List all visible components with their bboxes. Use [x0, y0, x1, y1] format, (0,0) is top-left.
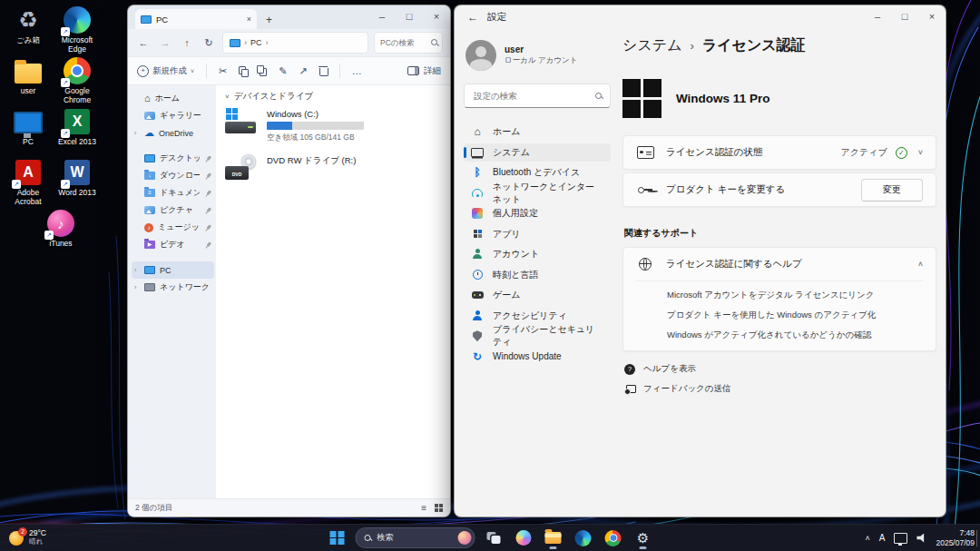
shield-icon — [473, 330, 482, 341]
sidebar-item-pictures[interactable]: ピクチャ — [132, 202, 214, 219]
help-link[interactable]: Microsoft アカウントをデジタル ライセンスにリンク — [667, 290, 923, 301]
edge-taskbar-button[interactable] — [572, 526, 595, 550]
drive-item-dvd[interactable]: DVD DVD RW ドライブ (R:) — [225, 154, 450, 180]
help-link[interactable]: Windows がアクティブ化されているかどうかの確認 — [667, 330, 923, 341]
thumbnail-view-button[interactable] — [435, 504, 443, 512]
task-view-button[interactable] — [482, 526, 505, 550]
maximize-button[interactable]: □ — [891, 5, 918, 27]
settings-taskbar-button[interactable]: ⚙ — [632, 526, 655, 550]
back-button[interactable]: ← — [135, 37, 152, 48]
refresh-button[interactable]: ↻ — [201, 37, 217, 49]
show-desktop-button[interactable] — [976, 530, 980, 546]
change-product-key-button[interactable]: 変更 — [861, 179, 923, 202]
details-pane-button[interactable]: 詳細 — [407, 65, 441, 77]
chevron-down-icon[interactable]: ˅ — [918, 148, 923, 157]
chevron-down-icon: ˅ — [191, 68, 194, 74]
sidebar-item-gallery[interactable]: ギャラリー — [132, 107, 214, 124]
explorer-search-box[interactable] — [374, 32, 443, 54]
new-item-button[interactable]: + 新規作成 ˅ — [137, 65, 194, 77]
paste-button[interactable] — [259, 66, 267, 76]
item-count: 2 個の項目 — [135, 503, 172, 514]
sidebar-item-network[interactable]: › ネットワーク — [132, 279, 214, 296]
desktop-icon-chrome[interactable]: ↗ Google Chrome — [53, 56, 102, 105]
desktop-icon-itunes[interactable]: ♪ ↗ iTunes — [36, 209, 85, 249]
sidebar-item-home[interactable]: ⌂ ホーム — [132, 90, 214, 107]
copilot-button[interactable] — [512, 526, 535, 550]
new-tab-button[interactable]: + — [266, 14, 272, 26]
desktop-icon-excel[interactable]: X ↗ Excel 2013 — [53, 107, 102, 147]
expander-icon[interactable]: › — [134, 284, 140, 290]
sidebar-item-bluetooth[interactable]: ᛒ Bluetooth とデバイス — [464, 163, 611, 182]
tab-close-icon[interactable]: × — [247, 15, 251, 24]
settings-search-input[interactable] — [472, 90, 595, 102]
sidebar-item-desktop[interactable]: デスクトップ — [132, 150, 214, 167]
give-feedback-link[interactable]: フィードバックの送信 — [624, 383, 936, 395]
sidebar-item-videos[interactable]: ▶ ビデオ — [132, 236, 214, 253]
maximize-button[interactable]: □ — [396, 5, 423, 27]
more-options-button[interactable]: … — [352, 66, 362, 76]
sidebar-item-windows-update[interactable]: ↻ Windows Update — [464, 348, 611, 367]
start-button[interactable] — [326, 526, 349, 550]
weather-widget[interactable]: 2 29°C 晴れ — [5, 526, 50, 549]
desktop-icon-edge[interactable]: ↗ Microsoft Edge — [53, 5, 102, 54]
chevron-up-icon[interactable]: ˄ — [918, 260, 923, 269]
chrome-taskbar-button[interactable] — [602, 526, 625, 550]
activation-help-header[interactable]: ライセンス認証に関するヘルプ ˄ — [636, 248, 923, 280]
sidebar-item-accounts[interactable]: アカウント — [464, 245, 611, 264]
sidebar-item-pc[interactable]: › PC — [132, 261, 214, 279]
taskbar-search-box[interactable]: 検索 — [356, 527, 475, 548]
breadcrumb-parent[interactable]: システム — [622, 36, 682, 55]
sidebar-item-music[interactable]: ♪ ミュージック — [132, 219, 214, 236]
sidebar-item-privacy[interactable]: プライバシーとセキュリティ — [464, 327, 611, 346]
volume-tray-icon[interactable] — [916, 534, 926, 543]
drive-item-c[interactable]: Windows (C:) 空き領域 105 GB/141 GB — [225, 108, 450, 143]
sidebar-item-accessibility[interactable]: アクセシビリティ — [464, 307, 611, 326]
sidebar-item-apps[interactable]: アプリ — [464, 225, 611, 244]
desktop-icon-user-folder[interactable]: user — [4, 56, 53, 96]
account-card[interactable]: user ローカル アカウント — [466, 40, 611, 71]
sidebar-item-documents[interactable]: ≡ ドキュメント — [132, 184, 214, 202]
network-tray-icon[interactable] — [894, 533, 907, 544]
minimize-button[interactable]: – — [368, 5, 396, 27]
sidebar-item-downloads[interactable]: ↓ ダウンロード — [132, 167, 214, 184]
forward-button[interactable]: → — [157, 37, 173, 48]
list-view-button[interactable]: ≡ — [421, 503, 426, 513]
expander-icon[interactable]: › — [134, 267, 140, 273]
dvd-drive-icon: DVD — [225, 154, 258, 180]
delete-button[interactable] — [319, 66, 328, 76]
hidden-icons-chevron[interactable]: ˄ — [866, 534, 870, 543]
share-button[interactable]: ↗ — [299, 66, 308, 76]
activation-state-row[interactable]: ライセンス認証の状態 アクティブ ✓ ˅ — [622, 135, 936, 170]
desktop-icon-pc[interactable]: PC — [4, 107, 53, 147]
settings-search-box[interactable] — [464, 84, 611, 108]
explorer-tab-pc[interactable]: PC × — [135, 9, 257, 29]
rename-button[interactable]: ✎ — [279, 66, 287, 76]
explorer-taskbar-button[interactable] — [542, 526, 565, 550]
sidebar-item-onedrive[interactable]: › ☁ OneDrive — [132, 124, 214, 142]
cut-button[interactable]: ✂ — [219, 66, 227, 76]
help-link[interactable]: プロダクト キーを使用した Windows のアクティブ化 — [667, 310, 923, 321]
breadcrumb[interactable]: › PC › — [222, 32, 368, 54]
sidebar-item-network[interactable]: ネットワークとインターネット — [464, 184, 611, 203]
ime-indicator[interactable]: A — [879, 533, 886, 543]
clock[interactable]: 7:48 2025/07/09 — [936, 528, 975, 547]
expander-icon[interactable]: › — [134, 130, 140, 136]
copy-button[interactable] — [239, 66, 247, 76]
breadcrumb-item-pc[interactable]: PC — [250, 38, 262, 47]
sidebar-item-system[interactable]: システム — [464, 143, 611, 162]
minimize-button[interactable]: – — [864, 5, 891, 27]
desktop-icon-acrobat[interactable]: A ↗ Adobe Acrobat — [4, 158, 53, 207]
explorer-search-input[interactable] — [378, 37, 431, 48]
close-button[interactable]: × — [423, 5, 450, 27]
close-button[interactable]: × — [918, 5, 946, 27]
up-button[interactable]: ↑ — [179, 37, 195, 48]
sidebar-item-time-language[interactable]: 時刻と言語 — [464, 266, 611, 285]
desktop-icon-word[interactable]: W ↗ Word 2013 — [53, 158, 102, 198]
back-button[interactable]: ← — [467, 11, 478, 24]
get-help-link[interactable]: ? ヘルプを表示 — [624, 363, 936, 375]
sidebar-item-personalization[interactable]: 個人用設定 — [464, 204, 611, 223]
desktop-icon-recycle-bin[interactable]: ♻ ごみ箱 — [4, 5, 53, 45]
sidebar-item-home[interactable]: ⌂ ホーム — [464, 123, 611, 142]
devices-and-drives-section[interactable]: ˅ デバイスとドライブ — [225, 91, 450, 103]
sidebar-item-gaming[interactable]: ゲーム — [464, 286, 611, 305]
